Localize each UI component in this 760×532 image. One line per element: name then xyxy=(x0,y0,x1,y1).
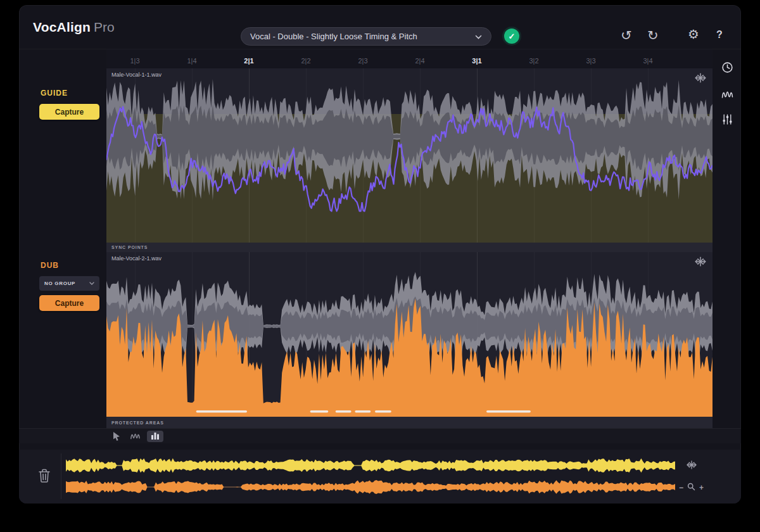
dub-section-label: DUB xyxy=(41,261,59,270)
dub-waveform-svg xyxy=(106,252,712,417)
vocalign-window: VocAlign Pro Vocal - Double - Slightly L… xyxy=(19,5,741,504)
ruler-label: 1|3 xyxy=(130,57,139,65)
logo-edition: Pro xyxy=(94,20,115,35)
zoom-control: − + xyxy=(678,482,705,493)
ruler-label: 1|4 xyxy=(187,57,196,65)
guide-track[interactable]: Male-Vocal-1-1.wav xyxy=(106,68,712,243)
topbar: VocAlign Pro Vocal - Double - Slightly L… xyxy=(19,5,741,49)
pitch-curve-icon xyxy=(721,92,734,102)
ruler-label: 3|1 xyxy=(472,57,481,65)
gear-icon: ⚙ xyxy=(688,27,699,41)
settings-button[interactable]: ⚙ xyxy=(688,28,699,41)
guide-align-button[interactable] xyxy=(694,72,707,84)
dub-clip-name: Male-Vocal-2-1.wav xyxy=(111,255,162,262)
sliders-icon xyxy=(721,118,733,127)
protected-areas-label: PROTECTED AREAS xyxy=(111,421,164,425)
trash-icon xyxy=(37,476,52,486)
undo-icon: ↺ xyxy=(621,28,632,42)
ruler-label: 2|4 xyxy=(415,57,424,65)
timeline-ruler[interactable]: 1|31|42|12|22|32|43|13|23|33|4 xyxy=(106,56,712,68)
help-button[interactable]: ? xyxy=(716,30,723,40)
right-rail xyxy=(712,49,741,428)
zoom-in-button[interactable]: + xyxy=(698,483,705,493)
guide-section-label: GUIDE xyxy=(41,89,68,98)
redo-icon: ↻ xyxy=(647,28,659,42)
status-check-icon: ✓ xyxy=(504,28,519,44)
ruler-label: 2|3 xyxy=(358,57,367,65)
app-logo: VocAlign Pro xyxy=(33,5,115,49)
overview-align-button[interactable] xyxy=(685,459,698,472)
sync-points-label: SYNC POINTS xyxy=(111,245,148,250)
sync-points-strip[interactable]: SYNC POINTS xyxy=(106,243,712,252)
dub-group-dropdown[interactable]: NO GROUP xyxy=(39,276,99,291)
view-toolbar xyxy=(19,428,741,443)
ruler-label: 2|2 xyxy=(301,57,310,65)
overview-panel: − + xyxy=(19,450,741,504)
chevron-down-icon xyxy=(89,281,94,286)
cursor-tool-button[interactable] xyxy=(111,431,122,441)
guide-clip-name: Male-Vocal-1-1.wav xyxy=(111,72,162,78)
cursor-icon xyxy=(112,434,121,443)
dub-track[interactable]: Male-Vocal-2-1.wav xyxy=(106,252,712,417)
redo-button[interactable]: ↻ xyxy=(647,28,659,42)
wave-icon xyxy=(130,433,141,443)
pitch-tool-button[interactable] xyxy=(129,431,141,441)
zoom-out-button[interactable]: − xyxy=(678,483,685,493)
bars-icon xyxy=(151,432,160,441)
clock-icon xyxy=(721,66,734,76)
protected-areas-strip[interactable]: PROTECTED AREAS xyxy=(106,417,712,428)
align-sparkle-icon xyxy=(686,463,697,472)
undo-button[interactable]: ↺ xyxy=(621,28,632,42)
ruler-label: 3|2 xyxy=(529,57,538,65)
preset-dropdown[interactable]: Vocal - Double - Slightly Loose Timing &… xyxy=(241,27,491,46)
preset-value: Vocal - Double - Slightly Loose Timing &… xyxy=(250,32,417,41)
settings-view-button[interactable] xyxy=(719,113,735,128)
guide-capture-button[interactable]: Capture xyxy=(39,104,99,120)
track-area: 1|31|42|12|22|32|43|13|23|33|4 Male-Voca… xyxy=(106,49,712,428)
dub-align-button[interactable] xyxy=(694,255,707,268)
overview-divider xyxy=(61,453,61,499)
dub-group-value: NO GROUP xyxy=(44,281,75,286)
magnifier-icon xyxy=(687,482,695,493)
logo-name: VocAlign xyxy=(33,20,91,35)
help-icon: ? xyxy=(716,29,723,40)
guide-waveform-svg xyxy=(106,68,712,243)
ruler-label: 3|4 xyxy=(643,57,652,65)
ruler-label: 2|1 xyxy=(244,57,253,65)
pitch-view-button[interactable] xyxy=(719,87,735,103)
delete-button[interactable] xyxy=(35,467,53,486)
energy-tool-button[interactable] xyxy=(147,431,163,442)
dub-overview-waveform[interactable] xyxy=(66,478,675,497)
chevron-down-icon xyxy=(475,32,482,41)
dub-capture-button[interactable]: Capture xyxy=(39,295,99,311)
guide-overview-waveform[interactable] xyxy=(66,456,675,475)
ruler-label: 3|3 xyxy=(586,57,595,65)
time-view-button[interactable] xyxy=(719,61,735,76)
